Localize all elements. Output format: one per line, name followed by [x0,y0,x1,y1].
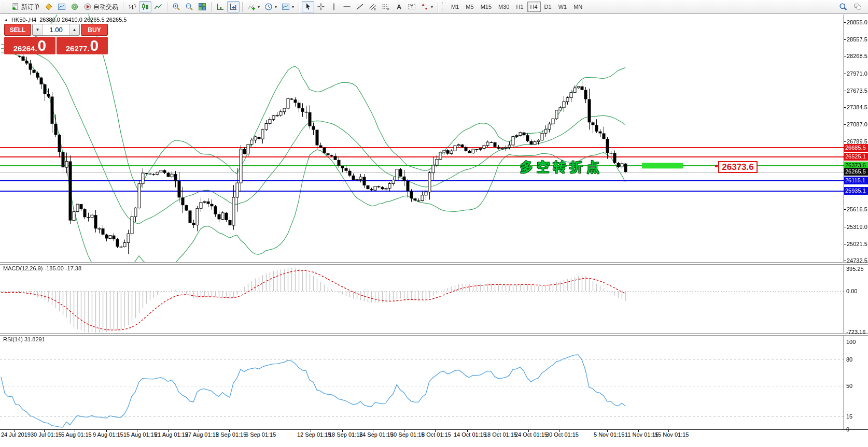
autoscroll-button[interactable] [214,1,227,12]
new-order-label: 新订单 [21,3,40,11]
profile-button[interactable] [55,1,68,12]
metaeditor-button[interactable] [43,1,55,12]
zoom-in-button[interactable] [170,1,183,12]
fibo-icon: F [382,3,390,11]
svg-text:A: A [397,3,402,11]
macd-axis-label: 395.25 [846,266,864,272]
time-tick-mark [498,429,498,432]
candles-button[interactable] [139,1,151,12]
timeframe-m30[interactable]: M30 [495,2,512,12]
price-chart-canvas[interactable] [0,15,868,429]
price-line-badge: 26525.1 [844,153,868,161]
pane-separator[interactable] [0,333,868,336]
template-icon [282,3,290,11]
autotrading-button[interactable]: 自动交易 [81,1,120,12]
shift-button[interactable] [227,1,240,12]
macd-values: -185.00 -17.38 [44,265,81,271]
price-callout-label[interactable]: 26373.6 [718,161,758,173]
toolbar-right-icons [837,1,866,12]
time-axis-label: 18 Oct 01:15 [484,431,517,438]
signal-button[interactable] [68,1,81,12]
time-axis-label: 2 Sep 01:15 [216,431,246,438]
toolbar-separator [242,2,243,12]
dropdown-arrow-icon[interactable]: ▾ [431,5,433,9]
price-tick-label: 28557.5 [847,36,867,42]
search-icon [839,3,847,11]
text-button[interactable]: A [393,1,405,12]
tile-button[interactable] [196,1,208,12]
dropdown-arrow-icon[interactable]: ▾ [258,5,260,9]
buy-price[interactable]: 26277.0 [57,37,108,54]
price-tick-mark [844,22,846,23]
timeframe-h1[interactable]: H1 [513,2,526,12]
search-button[interactable] [837,1,849,12]
toolbar-separator [438,2,438,12]
timeframe-h4[interactable]: H4 [527,2,541,12]
price-tick-label: 27087.0 [847,121,867,127]
time-tick-mark [528,429,529,432]
time-tick-mark [607,429,608,432]
new-order-button[interactable]: 新订单 [9,1,42,12]
trendline-button[interactable] [354,1,366,12]
toolbar-grip[interactable] [442,2,446,11]
time-axis-label: 15 Aug 01:15 [123,431,157,438]
cursor-icon [304,3,312,11]
time-axis-label: 24 Sep 01:15 [359,431,393,438]
vline-icon [330,3,338,11]
panel-collapse-arrow[interactable]: ▲ [4,18,8,22]
price-tick-mark [844,56,846,56]
macd-axis-label: -723.16 [846,329,865,335]
shift-icon [229,3,237,11]
buy-button[interactable]: BUY [81,24,108,36]
linechart-button[interactable] [152,1,164,12]
pane-separator[interactable] [0,262,868,265]
chat-icon [853,3,862,11]
timeframe-m5[interactable]: M5 [463,2,477,12]
volume-decrease-button[interactable]: ▼ [33,24,43,35]
time-axis-label: 5 Aug 01:15 [61,431,92,438]
channel-button[interactable]: E [367,1,379,12]
cursor-button[interactable] [302,1,314,12]
volume-input[interactable] [43,24,69,35]
zoom-out-button[interactable] [183,1,195,12]
time-tick-mark [168,429,169,432]
dropdown-arrow-icon[interactable]: ▾ [292,5,294,9]
svg-text:T: T [411,4,414,9]
price-tick-label: 27673.5 [847,88,867,94]
time-tick-mark [199,429,199,432]
timeframe-m15[interactable]: M15 [478,2,495,12]
arrows-button[interactable]: ▾ [418,1,435,12]
rsi-axis-label: 15 [846,413,852,420]
timeframe-w1[interactable]: W1 [555,2,570,12]
crosshair-icon [317,3,325,11]
rsi-value: 31.8291 [24,336,45,342]
template-button[interactable]: ▾ [279,1,296,12]
volume-increase-button[interactable]: ▲ [69,24,79,35]
candles-icon [141,3,149,11]
label-button[interactable]: T [405,1,418,12]
turning-point-annotation: 多空转折点 [520,158,603,176]
timeframe-m1[interactable]: M1 [448,2,462,12]
time-tick-mark [15,429,15,432]
toolbar-grip[interactable] [4,2,7,11]
periods-button[interactable]: ▾ [262,1,279,12]
sell-button[interactable]: SELL [4,24,31,36]
rsi-axis-label: 0 [846,426,849,432]
timeframe-mn[interactable]: MN [570,2,585,12]
time-axis-label: 6 Sep 01:15 [245,431,276,438]
signal-icon [71,3,79,11]
dropdown-arrow-icon[interactable]: ▾ [275,5,277,9]
hline-button[interactable] [341,1,353,12]
fibo-button[interactable]: F [380,1,392,12]
indicators-button[interactable]: ▾ [245,1,262,12]
vline-button[interactable] [328,1,340,12]
price-pip-digit: 0 [90,38,99,53]
price-tick-mark [844,141,846,142]
timeframe-d1[interactable]: D1 [541,2,555,12]
toolbar-separator [299,2,299,12]
sell-price[interactable]: 26264.0 [4,37,55,54]
crosshair-button[interactable] [315,1,327,12]
bars-button[interactable] [126,1,138,12]
chat-button[interactable] [851,1,864,12]
price-tick-label: 25319.0 [847,224,867,230]
